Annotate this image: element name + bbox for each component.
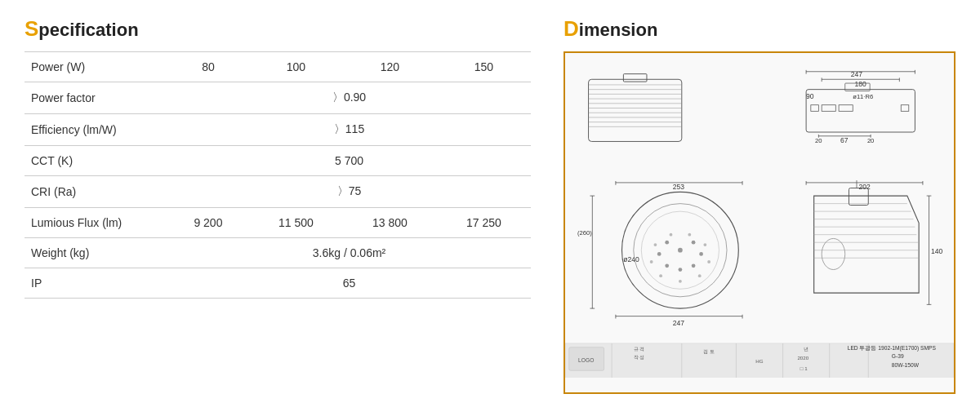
svg-point-59 xyxy=(659,274,662,277)
svg-rect-11 xyxy=(623,73,647,82)
spec-row-5: Lumious Flux (lm)9 20011 50013 80017 250 xyxy=(24,208,531,238)
svg-point-50 xyxy=(679,268,683,272)
spec-row-0: Power (W)80100120150 xyxy=(24,52,531,82)
svg-text:2020: 2020 xyxy=(797,355,808,361)
spec-cell-0-0: 80 xyxy=(167,52,249,82)
spec-label-5: Lumious Flux (lm) xyxy=(24,208,167,238)
spec-cell-5-3: 17 250 xyxy=(437,208,531,238)
svg-rect-23 xyxy=(811,104,819,111)
dimension-drawing: 247 180 90 ø11·R6 xyxy=(565,68,954,378)
svg-point-79 xyxy=(822,238,845,269)
spec-cell-5-1: 11 500 xyxy=(249,208,343,238)
spec-value-3: 5 700 xyxy=(167,146,531,176)
spec-cell-0-1: 100 xyxy=(249,52,343,82)
spec-row-7: IP65 xyxy=(24,268,531,299)
spec-title-rest: pecification xyxy=(38,20,138,40)
svg-text:검 토: 검 토 xyxy=(703,348,715,354)
svg-text:작 성: 작 성 xyxy=(634,354,645,360)
svg-point-60 xyxy=(650,260,653,263)
svg-text:G-39: G-39 xyxy=(892,353,904,359)
svg-point-61 xyxy=(654,243,657,246)
svg-text:HG: HG xyxy=(755,357,763,363)
svg-rect-26 xyxy=(901,104,909,111)
svg-text:80W-150W: 80W-150W xyxy=(892,361,920,367)
dim-title: Dimension xyxy=(564,16,956,42)
svg-point-62 xyxy=(670,232,673,236)
dimension-box: 247 180 90 ø11·R6 xyxy=(564,51,956,394)
dim-title-rest: imension xyxy=(579,20,658,40)
svg-point-52 xyxy=(657,252,662,256)
svg-text:규 격: 규 격 xyxy=(634,346,645,352)
main-layout: Specification Power (W)80100120150Power … xyxy=(24,16,956,400)
svg-point-49 xyxy=(692,263,696,268)
svg-text:년: 년 xyxy=(804,347,808,352)
spec-label-0: Power (W) xyxy=(24,52,167,82)
svg-text:20: 20 xyxy=(867,137,874,144)
svg-text:ø240: ø240 xyxy=(623,255,639,263)
spec-value-7: 65 xyxy=(167,268,531,299)
svg-text:□ 1: □ 1 xyxy=(800,365,808,371)
svg-text:(260): (260) xyxy=(577,228,592,236)
svg-point-53 xyxy=(665,240,669,244)
spec-label-3: CCT (K) xyxy=(24,146,167,176)
svg-text:90: 90 xyxy=(806,92,814,100)
svg-text:247: 247 xyxy=(673,319,685,327)
svg-text:LOGO: LOGO xyxy=(578,356,594,362)
svg-point-57 xyxy=(698,274,702,277)
spec-label-1: Power factor xyxy=(24,82,167,114)
svg-text:140: 140 xyxy=(931,247,943,255)
svg-point-56 xyxy=(707,260,710,263)
svg-point-54 xyxy=(688,232,691,236)
svg-text:247: 247 xyxy=(851,70,863,78)
spec-cell-0-2: 120 xyxy=(343,52,437,82)
svg-point-51 xyxy=(665,263,669,268)
spec-value-1: 〉0.90 xyxy=(167,82,531,114)
svg-point-58 xyxy=(679,279,682,282)
spec-label-2: Efficiency (lm/W) xyxy=(24,114,167,146)
svg-text:180: 180 xyxy=(855,79,867,87)
svg-rect-25 xyxy=(839,104,853,111)
svg-point-46 xyxy=(678,247,683,252)
svg-point-48 xyxy=(699,252,703,256)
spec-row-1: Power factor〉0.90 xyxy=(24,82,531,114)
svg-text:253: 253 xyxy=(673,183,685,191)
spec-row-6: Weight (kg)3.6kg / 0.06m² xyxy=(24,238,531,268)
svg-text:20: 20 xyxy=(815,137,822,144)
spec-value-2: 〉115 xyxy=(167,114,531,146)
svg-rect-0 xyxy=(589,79,682,141)
svg-text:LED 투광등 1902-1M(E1700) SMPS: LED 투광등 1902-1M(E1700) SMPS xyxy=(848,344,937,351)
spec-value-4: 〉75 xyxy=(167,176,531,208)
svg-text:ø11·R6: ø11·R6 xyxy=(853,93,873,100)
spec-cell-5-2: 13 800 xyxy=(343,208,437,238)
svg-rect-24 xyxy=(822,104,835,111)
svg-text:67: 67 xyxy=(840,136,849,144)
dim-title-letter: D xyxy=(564,16,579,41)
spec-label-4: CRI (Ra) xyxy=(24,176,167,208)
spec-table: Power (W)80100120150Power factor〉0.90Eff… xyxy=(24,51,531,299)
spec-cell-5-0: 9 200 xyxy=(167,208,249,238)
svg-point-47 xyxy=(692,240,696,244)
spec-cell-0-3: 150 xyxy=(437,52,531,82)
spec-value-6: 3.6kg / 0.06m² xyxy=(167,238,531,268)
spec-row-2: Efficiency (lm/W)〉115 xyxy=(24,114,531,146)
dim-section: Dimension xyxy=(564,16,956,400)
spec-label-7: IP xyxy=(24,268,167,299)
spec-title: Specification xyxy=(24,16,531,42)
spec-title-letter: S xyxy=(24,16,38,41)
spec-row-4: CRI (Ra)〉75 xyxy=(24,176,531,208)
spec-section: Specification Power (W)80100120150Power … xyxy=(24,16,531,400)
spec-label-6: Weight (kg) xyxy=(24,238,167,268)
svg-point-55 xyxy=(703,243,706,246)
spec-row-3: CCT (K)5 700 xyxy=(24,146,531,176)
